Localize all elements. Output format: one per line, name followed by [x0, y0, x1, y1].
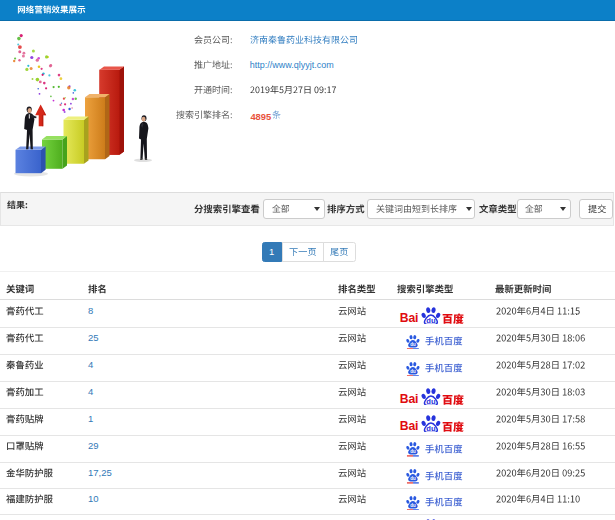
svg-text:du: du — [411, 477, 417, 482]
svg-text:du: du — [411, 450, 417, 455]
svg-text:du: du — [411, 503, 417, 508]
svg-text:du: du — [411, 369, 417, 374]
svg-text:du: du — [411, 342, 417, 347]
